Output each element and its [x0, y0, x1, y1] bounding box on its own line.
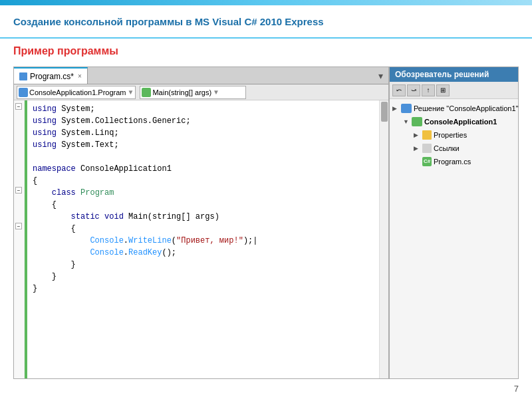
code-line-4: using System.Text; — [33, 139, 374, 151]
solution-label: Решение "ConsoleApplication1" — [414, 104, 518, 112]
page-number: 7 — [514, 384, 519, 394]
project-icon — [412, 117, 422, 126]
refs-label: Ссылки — [434, 144, 460, 152]
project-label: ConsoleApplication1 — [424, 118, 497, 126]
code-line-5 — [33, 151, 374, 163]
code-line-8: class Program — [33, 187, 374, 199]
tab-program-cs[interactable]: Program.cs* × — [14, 67, 88, 84]
tree-file-item[interactable]: ▶ C# Program.cs — [411, 155, 518, 168]
code-line-11: { — [33, 223, 374, 235]
method-selector-label: Main(string[] args) — [152, 88, 211, 96]
method-selector[interactable]: Main(string[] args) ▼ — [140, 86, 246, 99]
tab-label: Program.cs* — [30, 72, 74, 81]
code-content[interactable]: using System; using System.Collections.G… — [27, 100, 379, 378]
refs-arrow: ▶ — [414, 145, 420, 152]
tree-properties-item[interactable]: ▶ Properties — [411, 128, 518, 142]
file-icon — [19, 72, 27, 80]
cs-file-icon: C# — [422, 157, 432, 166]
tab-pin-button[interactable]: ▾ — [373, 67, 388, 84]
solution-tree: ▶ Решение "ConsoleApplication1" ▼ Consol… — [390, 99, 518, 378]
solution-toolbar: ⤺ ⤻ ↑ ⊞ — [390, 82, 518, 99]
tree-project-item[interactable]: ▼ ConsoleApplication1 — [400, 115, 518, 128]
code-line-15: } — [33, 271, 374, 283]
code-line-1: using System; — [33, 103, 374, 115]
top-bar — [0, 0, 532, 5]
project-arrow: ▼ — [403, 118, 410, 125]
tab-bar: Program.cs* × ▾ — [14, 67, 388, 84]
sol-btn-3[interactable]: ↑ — [422, 84, 435, 96]
code-area[interactable]: − − − using System; using System.Collect… — [14, 100, 388, 378]
collapse-box-2[interactable]: − — [15, 187, 22, 194]
code-line-12: Console.WriteLine("Привет, мир!");| — [33, 235, 374, 247]
class-selector-label: ConsoleApplication1.Program — [29, 88, 126, 96]
code-line-2: using System.Collections.Generic; — [33, 115, 374, 127]
tab-close-button[interactable]: × — [78, 72, 82, 80]
properties-arrow: ▶ — [414, 132, 420, 138]
tab-spacer — [88, 67, 373, 84]
header: Создание консольной программы в MS Visua… — [0, 5, 532, 39]
code-line-10: static void Main(string[] args) — [33, 211, 374, 223]
subtitle: Пример программы — [13, 45, 118, 57]
main-content: Program.cs* × ▾ ConsoleApplication1.Prog… — [13, 66, 519, 379]
ide-container: Program.cs* × ▾ ConsoleApplication1.Prog… — [13, 66, 389, 379]
header-title: Создание консольной программы в MS Visua… — [13, 16, 324, 27]
sol-btn-2[interactable]: ⤻ — [407, 84, 420, 96]
code-line-16: } — [33, 283, 374, 295]
class-selector[interactable]: ConsoleApplication1.Program ▼ — [17, 86, 136, 99]
code-line-7: { — [33, 175, 374, 187]
code-line-14: } — [33, 259, 374, 271]
solution-icon — [401, 104, 412, 113]
scroll-thumb[interactable] — [381, 102, 388, 122]
tree-refs-item[interactable]: ▶ Ссылки — [411, 142, 518, 155]
refs-icon — [422, 144, 432, 153]
code-line-6: namespace ConsoleApplication1 — [33, 163, 374, 175]
code-line-9: { — [33, 199, 374, 211]
code-line-3: using System.Linq; — [33, 127, 374, 139]
class-icon — [19, 88, 28, 97]
properties-label: Properties — [434, 131, 467, 139]
collapse-markers: − − − — [14, 100, 25, 378]
properties-icon — [422, 130, 432, 140]
code-line-13: Console.ReadKey(); — [33, 247, 374, 259]
solution-explorer: Обозреватель решений ⤺ ⤻ ↑ ⊞ ▶ Решение "… — [389, 66, 519, 379]
sol-btn-4[interactable]: ⊞ — [436, 84, 450, 96]
breadcrumb-bar: ConsoleApplication1.Program ▼ Main(strin… — [14, 84, 388, 100]
tree-solution-item[interactable]: ▶ Решение "ConsoleApplication1" — [390, 102, 518, 115]
method-icon — [142, 88, 151, 97]
class-selector-arrow: ▼ — [128, 88, 134, 96]
vertical-scrollbar[interactable] — [379, 100, 388, 378]
solution-arrow: ▶ — [392, 105, 399, 112]
sol-btn-1[interactable]: ⤺ — [392, 84, 406, 96]
method-selector-arrow: ▼ — [213, 88, 219, 96]
solution-explorer-header: Обозреватель решений — [390, 67, 518, 82]
collapse-box-1[interactable]: − — [15, 103, 22, 110]
collapse-box-3[interactable]: − — [15, 223, 22, 229]
file-label: Program.cs — [434, 158, 471, 166]
